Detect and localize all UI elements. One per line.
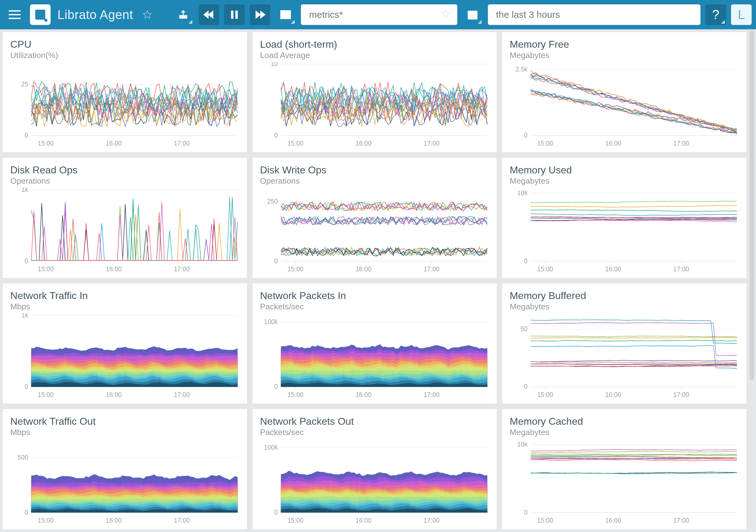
svg-text:16:00: 16:00 [106, 391, 122, 398]
user-avatar[interactable]: L [731, 4, 752, 25]
chart-svg: 02.5k15:0016:0017:00 [510, 62, 739, 150]
chart-subtitle: Mbps [10, 302, 239, 312]
svg-text:17:00: 17:00 [673, 265, 689, 272]
chart-body: 010k15:0016:0017:00 [510, 188, 739, 275]
svg-text:16:00: 16:00 [605, 139, 621, 147]
svg-text:17:00: 17:00 [673, 139, 689, 147]
rewind-button[interactable] [199, 4, 219, 25]
svg-text:0: 0 [524, 132, 527, 139]
chart-body: 025015:0016:0017:00 [260, 188, 489, 275]
chart-subtitle: Utilization(%) [10, 51, 239, 60]
help-button[interactable]: ? [705, 4, 726, 25]
svg-text:0: 0 [274, 509, 278, 516]
svg-text:0: 0 [25, 509, 28, 516]
svg-text:17:00: 17:00 [174, 265, 190, 272]
svg-text:15:00: 15:00 [537, 517, 553, 524]
svg-text:2.5k: 2.5k [516, 65, 528, 73]
svg-text:15:00: 15:00 [537, 265, 553, 272]
chart-panel-pkt_in[interactable]: Network Packets In Packets/sec 0100k15:0… [252, 283, 497, 404]
svg-text:10k: 10k [517, 441, 527, 448]
chart-panel-mem_free[interactable]: Memory Free Megabytes 02.5k15:0016:0017:… [502, 32, 747, 152]
scrollbar-thumb[interactable] [750, 31, 754, 380]
chart-body: 02.5k15:0016:0017:00 [510, 62, 739, 150]
hamburger-icon [9, 10, 21, 19]
svg-text:17:00: 17:00 [174, 391, 190, 398]
chart-svg: 01k15:0016:0017:00 [10, 314, 239, 401]
chart-body: 050015:0016:0017:00 [10, 439, 239, 527]
svg-text:0: 0 [524, 383, 527, 391]
chart-subtitle: Packets/sec [260, 427, 489, 437]
svg-text:15:00: 15:00 [287, 265, 303, 272]
help-icon: ? [712, 7, 719, 22]
pause-icon [230, 10, 238, 19]
forward-button[interactable] [250, 4, 270, 25]
chart-svg: 01k15:0016:0017:00 [10, 188, 239, 275]
svg-text:0: 0 [274, 132, 278, 139]
pause-button[interactable] [224, 4, 245, 25]
svg-text:17:00: 17:00 [673, 391, 689, 398]
svg-text:17:00: 17:00 [423, 391, 440, 398]
chart-panel-disk_r[interactable]: Disk Read Ops Operations 01k15:0016:0017… [3, 158, 247, 278]
svg-text:1k: 1k [21, 314, 28, 319]
chart-title: Memory Free [510, 39, 739, 50]
chart-panel-net_in[interactable]: Network Traffic In Mbps 01k15:0016:0017:… [3, 283, 247, 404]
rewind-icon [203, 10, 214, 19]
chart-subtitle: Packets/sec [260, 302, 489, 312]
app-logo[interactable] [30, 4, 51, 25]
layout-button[interactable] [275, 4, 296, 25]
metrics-search[interactable] [301, 4, 457, 25]
svg-text:10k: 10k [517, 189, 527, 197]
svg-text:0: 0 [524, 509, 527, 516]
calendar-button[interactable] [462, 4, 483, 25]
chart-panel-pkt_out[interactable]: Network Packets Out Packets/sec 0100k15:… [252, 409, 497, 529]
svg-text:10: 10 [271, 62, 278, 67]
chart-title: Disk Read Ops [10, 165, 239, 176]
chart-svg: 05015:0016:0017:00 [510, 314, 739, 401]
dashboard-grid: CPU Utilization(%) 02515:0016:0017:00 Lo… [3, 32, 747, 529]
chart-subtitle: Megabytes [510, 302, 739, 312]
chart-title: Memory Used [510, 165, 739, 176]
svg-text:0: 0 [25, 257, 28, 265]
chart-svg: 0100k15:0016:0017:00 [260, 439, 489, 527]
chart-svg: 050015:0016:0017:00 [10, 439, 239, 527]
svg-text:16:00: 16:00 [605, 517, 621, 524]
svg-text:17:00: 17:00 [423, 517, 440, 524]
chart-panel-mem_used[interactable]: Memory Used Megabytes 010k15:0016:0017:0… [502, 158, 747, 278]
chart-body: 0100k15:0016:0017:00 [260, 314, 489, 401]
chart-subtitle: Operations [260, 176, 489, 186]
chart-title: CPU [10, 39, 239, 50]
svg-text:16:00: 16:00 [605, 391, 621, 398]
svg-rect-1 [236, 11, 237, 19]
user-initial: L [738, 8, 745, 22]
chart-body: 01015:0016:0017:00 [260, 62, 489, 150]
vertical-scrollbar[interactable] [749, 31, 755, 530]
svg-text:16:00: 16:00 [106, 265, 122, 272]
time-range-input[interactable] [495, 9, 693, 20]
svg-text:16:00: 16:00 [605, 265, 621, 272]
chart-subtitle: Load Average [260, 51, 489, 60]
chart-svg: 01015:0016:0017:00 [260, 62, 489, 150]
chart-panel-load[interactable]: Load (short-term) Load Average 01015:001… [252, 32, 497, 152]
chart-panel-net_out[interactable]: Network Traffic Out Mbps 050015:0016:001… [3, 409, 247, 529]
chart-title: Memory Buffered [510, 290, 739, 301]
chart-panel-mem_buf[interactable]: Memory Buffered Megabytes 05015:0016:001… [502, 283, 747, 404]
share-button[interactable] [173, 4, 194, 25]
svg-text:500: 500 [17, 453, 28, 461]
chart-panel-mem_cache[interactable]: Memory Cached Megabytes 010k15:0016:0017… [502, 409, 747, 529]
time-range[interactable] [488, 4, 700, 25]
svg-text:25: 25 [21, 81, 28, 88]
svg-text:16:00: 16:00 [356, 265, 371, 272]
svg-text:15:00: 15:00 [287, 139, 303, 147]
menu-button[interactable] [4, 4, 25, 25]
svg-text:1k: 1k [21, 188, 28, 193]
svg-text:250: 250 [267, 198, 278, 205]
chart-panel-cpu[interactable]: CPU Utilization(%) 02515:0016:0017:00 [3, 32, 247, 152]
metrics-search-input[interactable] [309, 9, 439, 20]
chart-subtitle: Mbps [10, 427, 239, 437]
svg-text:15:00: 15:00 [38, 391, 54, 398]
svg-text:0: 0 [274, 257, 278, 265]
chart-title: Network Traffic In [10, 290, 239, 301]
favorite-dashboard[interactable] [141, 10, 153, 19]
svg-text:0: 0 [524, 257, 527, 265]
chart-panel-disk_w[interactable]: Disk Write Ops Operations 025015:0016:00… [252, 158, 497, 278]
